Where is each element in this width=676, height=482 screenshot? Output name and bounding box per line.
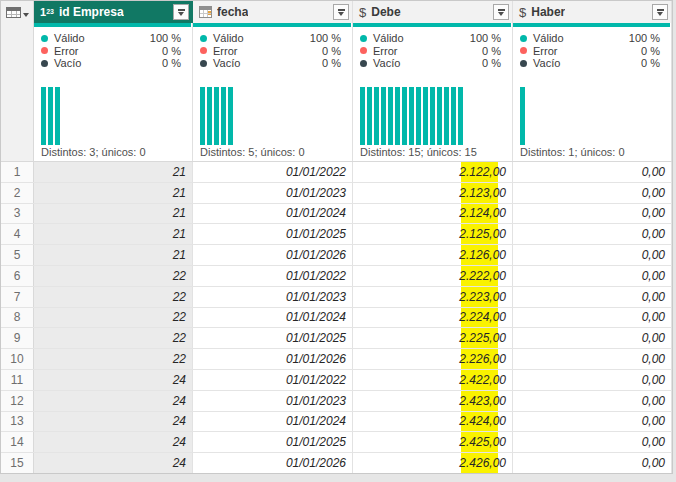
cell-fecha[interactable]: 01/01/2024 — [193, 412, 353, 432]
cell-id[interactable]: 22 — [34, 287, 193, 307]
cell-haber[interactable]: 0,00 — [513, 224, 672, 244]
row-number[interactable]: 10 — [1, 349, 34, 369]
valid-label: Válido — [54, 32, 85, 44]
cell-debe[interactable]: 2.125,00 — [353, 224, 513, 244]
cell-fecha[interactable]: 01/01/2022 — [193, 162, 353, 182]
valid-legend-row: Válido 100 % — [200, 32, 352, 45]
cell-haber[interactable]: 0,00 — [513, 349, 672, 369]
row-number[interactable]: 1 — [1, 162, 34, 182]
filter-dropdown-button[interactable] — [333, 4, 349, 20]
cell-id[interactable]: 21 — [34, 204, 193, 224]
cell-fecha[interactable]: 01/01/2023 — [193, 183, 353, 203]
row-number[interactable]: 6 — [1, 266, 34, 286]
cell-id[interactable]: 24 — [34, 453, 193, 473]
cell-fecha[interactable]: 01/01/2024 — [193, 204, 353, 224]
cell-id[interactable]: 22 — [34, 266, 193, 286]
row-number[interactable]: 8 — [1, 308, 34, 328]
cell-id[interactable]: 22 — [34, 308, 193, 328]
column-header-fecha[interactable]: fecha — [193, 1, 353, 23]
row-number[interactable]: 12 — [1, 391, 34, 411]
cell-haber[interactable]: 0,00 — [513, 412, 672, 432]
distribution-bar — [374, 87, 379, 145]
cell-haber[interactable]: 0,00 — [513, 183, 672, 203]
distribution-bar — [48, 87, 53, 145]
cell-haber[interactable]: 0,00 — [513, 370, 672, 390]
row-number[interactable]: 2 — [1, 183, 34, 203]
cell-debe[interactable]: 2.226,00 — [353, 349, 513, 369]
cell-haber[interactable]: 0,00 — [513, 245, 672, 265]
table-menu-button[interactable] — [1, 1, 34, 23]
cell-id[interactable]: 21 — [34, 162, 193, 182]
cell-haber[interactable]: 0,00 — [513, 308, 672, 328]
cell-fecha[interactable]: 01/01/2025 — [193, 432, 353, 452]
distribution-bar — [200, 87, 205, 145]
cell-haber[interactable]: 0,00 — [513, 328, 672, 348]
column-header-debe[interactable]: $ Debe — [353, 1, 513, 23]
cell-debe[interactable]: 2.123,00 — [353, 183, 513, 203]
cell-fecha[interactable]: 01/01/2022 — [193, 370, 353, 390]
quality-panel-haber: Válido 100 % Error 0 % Vacío 0 % Distint… — [513, 23, 672, 161]
table-row: 11 2401/01/20222.422,000,00 — [1, 370, 672, 391]
row-number[interactable]: 3 — [1, 204, 34, 224]
cell-fecha[interactable]: 01/01/2023 — [193, 391, 353, 411]
cell-id[interactable]: 21 — [34, 183, 193, 203]
filter-dropdown-button[interactable] — [652, 4, 668, 20]
quality-row: Válido 100 % Error 0 % Vacío 0 % Distint… — [1, 23, 672, 162]
number-123-icon: 123 — [40, 7, 54, 18]
error-legend-row: Error 0 % — [200, 45, 352, 58]
cell-haber[interactable]: 0,00 — [513, 204, 672, 224]
cell-fecha[interactable]: 01/01/2024 — [193, 308, 353, 328]
cell-debe[interactable]: 2.425,00 — [353, 432, 513, 452]
chevron-down-icon — [657, 12, 663, 16]
cell-debe[interactable]: 2.424,00 — [353, 412, 513, 432]
column-name: Debe — [371, 5, 400, 19]
filter-dropdown-button[interactable] — [173, 4, 189, 20]
distribution-bar — [221, 87, 226, 145]
row-number[interactable]: 11 — [1, 370, 34, 390]
cell-debe[interactable]: 2.423,00 — [353, 391, 513, 411]
distribution-bar — [423, 87, 428, 145]
cell-fecha[interactable]: 01/01/2025 — [193, 224, 353, 244]
cell-fecha[interactable]: 01/01/2026 — [193, 453, 353, 473]
row-number[interactable]: 5 — [1, 245, 34, 265]
valid-percent: 100 % — [629, 32, 660, 44]
cell-id[interactable]: 22 — [34, 349, 193, 369]
filter-dropdown-button[interactable] — [493, 4, 509, 20]
cell-fecha[interactable]: 01/01/2026 — [193, 349, 353, 369]
cell-debe[interactable]: 2.225,00 — [353, 328, 513, 348]
cell-debe[interactable]: 2.223,00 — [353, 287, 513, 307]
cell-id[interactable]: 24 — [34, 370, 193, 390]
cell-debe[interactable]: 2.426,00 — [353, 453, 513, 473]
distribution-bar — [458, 87, 463, 145]
column-header-id-empresa[interactable]: 123 id Empresa — [34, 1, 193, 23]
cell-fecha[interactable]: 01/01/2025 — [193, 328, 353, 348]
cell-haber[interactable]: 0,00 — [513, 287, 672, 307]
cell-debe[interactable]: 2.422,00 — [353, 370, 513, 390]
cell-id[interactable]: 24 — [34, 432, 193, 452]
row-number[interactable]: 7 — [1, 287, 34, 307]
cell-debe[interactable]: 2.224,00 — [353, 308, 513, 328]
row-number[interactable]: 9 — [1, 328, 34, 348]
column-header-haber[interactable]: $ Haber — [513, 1, 672, 23]
cell-haber[interactable]: 0,00 — [513, 162, 672, 182]
cell-id[interactable]: 24 — [34, 391, 193, 411]
cell-id[interactable]: 21 — [34, 224, 193, 244]
cell-id[interactable]: 24 — [34, 412, 193, 432]
cell-id[interactable]: 22 — [34, 328, 193, 348]
cell-debe[interactable]: 2.126,00 — [353, 245, 513, 265]
cell-fecha[interactable]: 01/01/2023 — [193, 287, 353, 307]
cell-haber[interactable]: 0,00 — [513, 391, 672, 411]
cell-fecha[interactable]: 01/01/2022 — [193, 266, 353, 286]
cell-haber[interactable]: 0,00 — [513, 432, 672, 452]
cell-debe[interactable]: 2.222,00 — [353, 266, 513, 286]
cell-id[interactable]: 21 — [34, 245, 193, 265]
row-number[interactable]: 4 — [1, 224, 34, 244]
cell-debe[interactable]: 2.124,00 — [353, 204, 513, 224]
cell-haber[interactable]: 0,00 — [513, 453, 672, 473]
cell-haber[interactable]: 0,00 — [513, 266, 672, 286]
row-number[interactable]: 14 — [1, 432, 34, 452]
row-number[interactable]: 13 — [1, 412, 34, 432]
cell-debe[interactable]: 2.122,00 — [353, 162, 513, 182]
row-number[interactable]: 15 — [1, 453, 34, 473]
cell-fecha[interactable]: 01/01/2026 — [193, 245, 353, 265]
